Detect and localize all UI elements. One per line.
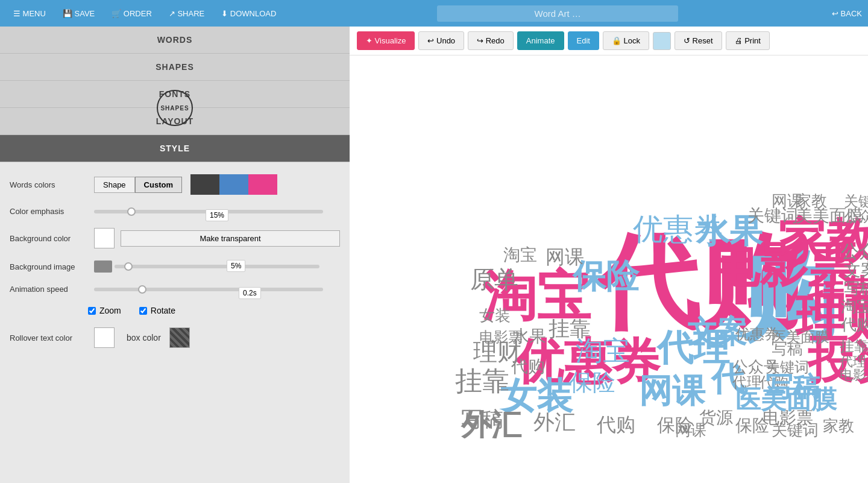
menu-button[interactable]: ☰ MENU bbox=[6, 5, 53, 22]
bg-color-label: Background color bbox=[10, 234, 88, 243]
make-transparent-btn[interactable]: Make transparent bbox=[121, 230, 340, 247]
tab-fonts[interactable]: FONTS bbox=[0, 81, 350, 108]
word-挂靠-sm[interactable]: 挂靠 bbox=[455, 365, 509, 396]
word-外汇-sm[interactable]: 外汇 bbox=[533, 410, 576, 434]
rotate-checkbox[interactable] bbox=[139, 307, 147, 315]
word-家教-top[interactable]: 家教 bbox=[796, 192, 827, 210]
right-panel: ✦ Visualize ↩ Undo ↪ Redo Animate Edit 🔒… bbox=[350, 27, 868, 483]
tab-style[interactable]: STYLE bbox=[0, 135, 350, 162]
download-button[interactable]: ⬇ DOWNLOAD bbox=[214, 5, 283, 22]
word-写稿-r[interactable]: 写稿 bbox=[844, 279, 868, 297]
words-colors-row: Words colors Shape Custom bbox=[10, 174, 340, 195]
word-医美面膜-c[interactable]: 医美面膜 bbox=[772, 329, 829, 345]
word-网课[interactable]: 网课 bbox=[639, 372, 706, 409]
color-emphasis-slider[interactable] bbox=[94, 210, 323, 213]
bg-color-swatch[interactable] bbox=[94, 228, 115, 248]
bg-image-label: Background image bbox=[10, 262, 88, 271]
word-网课-l[interactable]: 网课 bbox=[546, 246, 584, 268]
color-emphasis-slider-container: 15% bbox=[94, 210, 340, 213]
bg-image-row: Background image 5% bbox=[10, 260, 340, 273]
rollover-row: Rollover text color box color bbox=[10, 327, 340, 348]
animation-speed-slider-container: 0.2s bbox=[94, 288, 340, 291]
animate-button[interactable]: Animate bbox=[517, 31, 564, 50]
bg-color-row: Background color Make transparent bbox=[10, 228, 340, 248]
word-医美面膜-large[interactable]: 医美面膜 bbox=[735, 385, 837, 414]
edit-button[interactable]: Edit bbox=[568, 31, 599, 50]
swatch-blue[interactable] bbox=[219, 174, 248, 195]
color-mode-buttons: Shape Custom bbox=[94, 177, 182, 193]
word-代购-r[interactable]: 代购 bbox=[840, 315, 868, 333]
share-button[interactable]: ↗ SHARE bbox=[162, 5, 212, 22]
word-关键词-sm[interactable]: 关键词 bbox=[772, 421, 819, 438]
word-公众号-r[interactable]: 公众号 bbox=[841, 241, 868, 261]
word-文案-r[interactable]: 文案 bbox=[844, 260, 868, 279]
back-button[interactable]: ↩ BACK bbox=[832, 9, 862, 18]
word-电影票-l[interactable]: 电影票 bbox=[479, 329, 523, 345]
bg-image-slider-container: 5% bbox=[94, 260, 340, 273]
word-挂靠-center[interactable]: 挂靠 bbox=[549, 317, 591, 340]
word-电影票-r2[interactable]: 电影票 bbox=[840, 367, 868, 382]
word-女装-l[interactable]: 女装 bbox=[479, 306, 511, 324]
rollover-label: Rollover text color bbox=[10, 333, 88, 343]
undo-button[interactable]: ↩ Undo bbox=[418, 31, 464, 50]
word-cloud-svg: 代购 购 淘宝 优惠券 电影票 家教 理财 投资 挂靠 水果 优惠券 保险 代理… bbox=[362, 101, 868, 438]
word-挂靠-r[interactable]: 挂靠 bbox=[840, 338, 868, 354]
tab-layout[interactable]: LAYOUT bbox=[0, 108, 350, 135]
words-colors-label: Words colors bbox=[10, 180, 88, 189]
style-content: Words colors Shape Custom Color emphasis… bbox=[0, 162, 350, 360]
tab-shapes[interactable]: SHAPES SHAPES bbox=[0, 54, 350, 81]
word-淘宝-r[interactable]: 淘宝 bbox=[841, 297, 868, 315]
zoom-rotate-row: Zoom Rotate bbox=[88, 306, 340, 315]
word-家教-sm[interactable]: 家教 bbox=[823, 417, 854, 435]
word-网课-sm[interactable]: 网课 bbox=[675, 421, 706, 438]
redo-button[interactable]: ↪ Redo bbox=[468, 31, 514, 50]
rollover-color-swatch[interactable] bbox=[94, 327, 115, 348]
navbar: ☰ MENU 💾 SAVE 🛒 ORDER ↗ SHARE ⬇ DOWNLOAD… bbox=[0, 0, 868, 27]
word-保险-center[interactable]: 保险 bbox=[570, 370, 615, 395]
color-swatch-bar bbox=[190, 174, 277, 195]
zoom-checkbox[interactable] bbox=[88, 307, 96, 315]
word-代购-l[interactable]: 代购 bbox=[511, 357, 545, 376]
animation-speed-slider[interactable] bbox=[94, 288, 323, 291]
word-外汇-large[interactable]: 外汇 bbox=[461, 408, 522, 438]
save-button[interactable]: 💾 SAVE bbox=[55, 5, 102, 22]
color-indicator[interactable] bbox=[653, 32, 671, 50]
rotate-checkbox-label[interactable]: Rotate bbox=[139, 306, 175, 315]
zoom-checkbox-label[interactable]: Zoom bbox=[88, 306, 121, 315]
animation-speed-row: Animation speed 0.2s bbox=[10, 285, 340, 294]
reset-button[interactable]: ↺ Reset bbox=[675, 31, 722, 50]
zoom-label: Zoom bbox=[99, 306, 121, 315]
word-优惠券-sm[interactable]: 优惠券 bbox=[633, 212, 723, 246]
color-emphasis-label: Color emphasis bbox=[10, 207, 88, 216]
box-color-swatch[interactable] bbox=[169, 327, 190, 348]
main-layout: WORDS SHAPES SHAPES FONTS LAYOUT STYLE W… bbox=[0, 27, 868, 483]
swatch-pink[interactable] bbox=[248, 174, 277, 195]
bg-image-slider[interactable] bbox=[115, 265, 319, 268]
word-art-canvas: 代购 购 淘宝 优惠券 电影票 家教 理财 投资 挂靠 水果 优惠券 保险 代理… bbox=[350, 55, 868, 483]
custom-btn[interactable]: Custom bbox=[135, 177, 182, 193]
title-input[interactable] bbox=[437, 5, 678, 22]
nav-tabs: WORDS SHAPES SHAPES FONTS LAYOUT STYLE bbox=[0, 27, 350, 162]
color-emphasis-row: Color emphasis 15% bbox=[10, 207, 340, 216]
order-button[interactable]: 🛒 ORDER bbox=[104, 5, 159, 22]
word-代购-sm[interactable]: 代购 bbox=[596, 414, 635, 435]
left-panel: WORDS SHAPES SHAPES FONTS LAYOUT STYLE W… bbox=[0, 27, 350, 483]
animation-speed-label: Animation speed bbox=[10, 285, 88, 294]
lock-button[interactable]: 🔒 Lock bbox=[603, 31, 649, 50]
title-area bbox=[286, 5, 829, 22]
box-color-label: box color bbox=[127, 333, 161, 343]
swatch-dark[interactable] bbox=[190, 174, 219, 195]
word-关键词-2[interactable]: 关键词 bbox=[844, 193, 868, 209]
shape-btn[interactable]: Shape bbox=[94, 177, 135, 193]
word-优惠券-c[interactable]: 优惠券 bbox=[735, 326, 779, 342]
word-公众号-top[interactable]: 公众号 bbox=[844, 208, 868, 224]
tab-words[interactable]: WORDS bbox=[0, 27, 350, 54]
print-button[interactable]: 🖨 Print bbox=[726, 31, 770, 50]
word-淘宝-l[interactable]: 淘宝 bbox=[503, 245, 537, 264]
rotate-label: Rotate bbox=[151, 306, 175, 315]
word-原单[interactable]: 原单 bbox=[470, 266, 518, 292]
visualize-button[interactable]: ✦ Visualize bbox=[357, 31, 415, 50]
toolbar: ✦ Visualize ↩ Undo ↪ Redo Animate Edit 🔒… bbox=[350, 27, 868, 55]
